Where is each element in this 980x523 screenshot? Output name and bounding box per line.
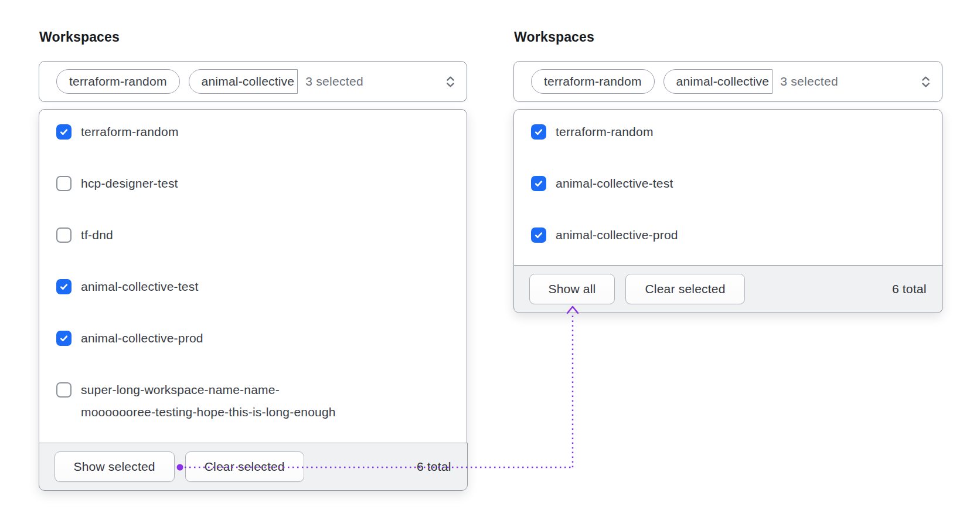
workspaces-multiselect-comparison: Workspaces terraform-random animal-colle… [0, 0, 980, 523]
workspace-option-row[interactable]: animal-collective-test [56, 276, 449, 298]
selected-pill-terraform-random[interactable]: terraform-random [56, 69, 180, 94]
selected-count-label: 3 selected [305, 74, 363, 89]
left-workspaces-dropdown: terraform-random hcp-designer-test [39, 109, 467, 490]
total-count-label: 6 total [417, 460, 451, 474]
checkmark-icon [59, 334, 69, 343]
workspace-checkbox[interactable] [531, 176, 546, 191]
selected-pill-animal-collective[interactable]: animal-collective [663, 69, 773, 94]
total-count-label: 6 total [892, 282, 927, 296]
left-panel-title: Workspaces [39, 29, 120, 45]
checkmark-icon [534, 230, 543, 240]
checkmark-icon [534, 127, 543, 137]
workspace-option-row[interactable]: tf-dnd [56, 224, 449, 246]
checkmark-icon [534, 179, 543, 188]
workspace-option-row[interactable]: terraform-random [56, 121, 449, 143]
workspace-option-label: tf-dnd [81, 224, 113, 246]
unfold-chevron-icon [444, 75, 457, 89]
workspace-option-label: terraform-random [81, 121, 179, 143]
workspace-option-label: animal-collective-test [81, 276, 198, 298]
workspace-option-label: hcp-designer-test [81, 172, 178, 195]
left-workspaces-selector[interactable]: terraform-random animal-collective 3 sel… [39, 61, 467, 102]
workspace-option-row[interactable]: terraform-random [531, 121, 924, 143]
left-workspace-options: terraform-random hcp-designer-test [39, 110, 467, 423]
clear-selected-button[interactable]: Clear selected [625, 274, 744, 304]
unfold-chevron-icon [919, 75, 933, 89]
right-panel-title: Workspaces [514, 29, 594, 45]
workspace-checkbox[interactable] [56, 382, 72, 398]
workspace-option-label: animal-collective-test [556, 172, 673, 195]
workspace-checkbox[interactable] [56, 176, 72, 191]
workspace-checkbox[interactable] [56, 227, 72, 243]
checkmark-icon [59, 282, 69, 291]
workspace-option-row[interactable]: super-long-workspace-name-name- moooooor… [56, 379, 449, 423]
clear-selected-button[interactable]: Clear selected [185, 451, 304, 482]
right-workspaces-selector[interactable]: terraform-random animal-collective 3 sel… [513, 61, 942, 102]
left-dropdown-footer: Show selected Clear selected 6 total [39, 443, 468, 491]
workspace-checkbox[interactable] [56, 331, 72, 346]
workspace-checkbox[interactable] [56, 124, 72, 140]
show-selected-button[interactable]: Show selected [55, 451, 175, 482]
show-all-button[interactable]: Show all [529, 274, 615, 304]
checkmark-icon [59, 127, 69, 137]
selected-count-label: 3 selected [780, 74, 838, 89]
selected-pill-terraform-random[interactable]: terraform-random [531, 69, 655, 94]
workspace-option-label: animal-collective-prod [81, 327, 203, 349]
right-workspaces-dropdown: terraform-random animal-collective-test [513, 109, 942, 313]
selected-pill-animal-collective[interactable]: animal-collective [189, 69, 298, 94]
workspace-option-row[interactable]: animal-collective-prod [56, 327, 449, 349]
workspace-option-row[interactable]: hcp-designer-test [56, 172, 449, 195]
right-dropdown-footer: Show all Clear selected 6 total [513, 265, 943, 313]
workspace-option-label: super-long-workspace-name-name- moooooor… [81, 379, 336, 423]
workspace-option-row[interactable]: animal-collective-test [531, 172, 924, 195]
workspace-option-label: terraform-random [556, 121, 654, 143]
workspace-checkbox[interactable] [56, 279, 72, 294]
workspace-option-row[interactable]: animal-collective-prod [531, 224, 924, 246]
workspace-checkbox[interactable] [531, 227, 546, 243]
workspace-option-label: animal-collective-prod [556, 224, 678, 246]
right-workspace-options: terraform-random animal-collective-test [514, 110, 942, 246]
workspace-checkbox[interactable] [531, 124, 546, 140]
